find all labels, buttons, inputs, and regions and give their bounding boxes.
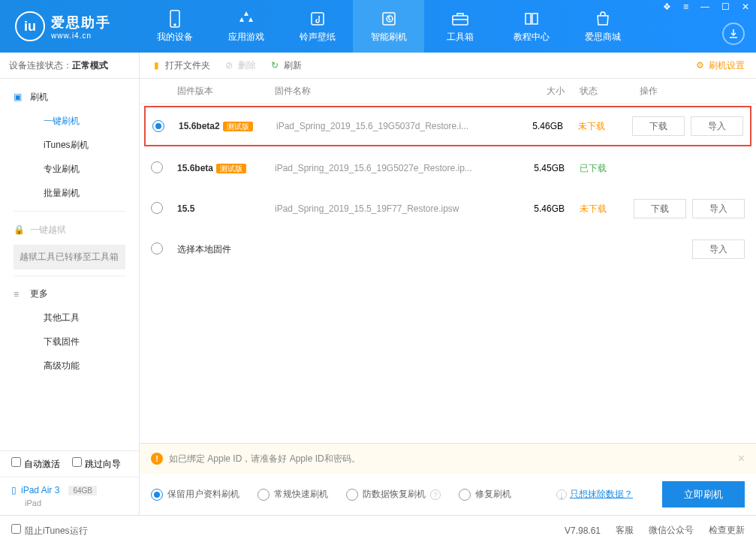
nav-tutorials[interactable]: 教程中心 <box>495 0 567 53</box>
toolbox-icon <box>451 10 469 28</box>
refresh-icon: ↻ <box>270 60 280 71</box>
window-controls: ❖ ≡ — ☐ ✕ <box>660 0 752 14</box>
footer-update[interactable]: 检查更新 <box>709 524 745 537</box>
sidebar-flash-group[interactable]: ▣ 刷机 <box>0 85 139 109</box>
device-icon <box>166 10 184 28</box>
help-icon[interactable]: ? <box>430 489 441 500</box>
opt-repair[interactable]: 修复刷机 <box>459 488 511 501</box>
table-row[interactable]: 15.5iPad_Spring_2019_15.5_19F77_Restore.… <box>140 188 756 229</box>
download-button[interactable]: 下载 <box>634 199 686 218</box>
nav-my-device[interactable]: 我的设备 <box>139 0 210 53</box>
download-manager-button[interactable] <box>722 23 745 45</box>
nav-apps[interactable]: 应用游戏 <box>210 0 282 53</box>
more-icon: ≡ <box>14 289 26 300</box>
refresh-button[interactable]: ↻ 刷新 <box>270 59 302 72</box>
row-radio[interactable] <box>152 120 164 132</box>
svg-rect-4 <box>453 16 468 25</box>
flash-icon <box>380 10 398 28</box>
version-label: V7.98.61 <box>565 525 601 536</box>
auto-activate-checkbox[interactable]: 自动激活 <box>11 457 60 471</box>
logo-en: www.i4.cn <box>51 32 111 40</box>
sidebar-jailbreak: 🔒 一键越狱 <box>0 218 139 242</box>
device-card[interactable]: ▯ iPad Air 3 64GB iPad <box>0 477 139 515</box>
import-button[interactable]: 导入 <box>692 239 745 259</box>
activation-options: 自动激活 跳过向导 <box>0 450 139 477</box>
sidebar-other-tools[interactable]: 其他工具 <box>0 306 139 330</box>
alert-bar: ! 如已绑定 Apple ID，请准备好 Apple ID和密码。 × <box>140 444 756 474</box>
header: iu 爱思助手 www.i4.cn 我的设备 应用游戏 铃声壁纸 智能刷机 工具… <box>0 0 756 53</box>
block-itunes-checkbox[interactable]: 阻止iTunes运行 <box>11 524 88 537</box>
book-icon <box>523 10 541 28</box>
tablet-icon: ▯ <box>11 485 17 495</box>
table-row[interactable]: 15.6beta2测试版iPad_Spring_2019_15.6_19G503… <box>144 106 751 146</box>
table-header: 固件版本 固件名称 大小 状态 操作 <box>140 79 756 104</box>
win-maximize-icon[interactable]: ☐ <box>718 0 733 14</box>
info-icon: i <box>556 489 567 500</box>
logo-area: iu 爱思助手 www.i4.cn <box>0 11 139 41</box>
open-folder-button[interactable]: ▮ 打开文件夹 <box>151 59 210 72</box>
sidebar-pro-flash[interactable]: 专业刷机 <box>0 157 139 181</box>
toolbar: ▮ 打开文件夹 ⊘ 删除 ↻ 刷新 ⚙ 刷机设置 <box>140 53 756 79</box>
opt-quick[interactable]: 常规快速刷机 <box>258 488 328 501</box>
sidebar-itunes-flash[interactable]: iTunes刷机 <box>0 133 139 157</box>
lock-icon: 🔒 <box>14 224 26 235</box>
bottom-panel: ! 如已绑定 Apple ID，请准备好 Apple ID和密码。 × 保留用户… <box>140 443 756 515</box>
sidebar-oneclick-flash[interactable]: 一键刷机 <box>0 109 139 133</box>
nav-store[interactable]: 爱思商城 <box>567 0 638 53</box>
delete-icon: ⊘ <box>224 60 234 71</box>
connection-status: 设备连接状态： 正常模式 <box>0 53 139 79</box>
footer-support[interactable]: 客服 <box>616 524 634 537</box>
win-close-icon[interactable]: ✕ <box>739 0 752 14</box>
opt-recovery[interactable]: 防数据恢复刷机? <box>346 488 441 501</box>
flash-settings-button[interactable]: ⚙ 刷机设置 <box>694 59 745 72</box>
store-icon <box>594 10 612 28</box>
logo-text: 爱思助手 www.i4.cn <box>51 14 111 40</box>
nav-ringtones[interactable]: 铃声壁纸 <box>282 0 353 53</box>
table-row[interactable]: 选择本地固件导入 <box>140 229 756 269</box>
alert-close-button[interactable]: × <box>738 452 745 465</box>
sidebar: 设备连接状态： 正常模式 ▣ 刷机 一键刷机 iTunes刷机 专业刷机 批量刷… <box>0 53 140 515</box>
folder-icon: ▮ <box>151 60 161 71</box>
win-menu-icon[interactable]: ❖ <box>660 0 674 14</box>
win-minimize-icon[interactable]: — <box>697 0 712 14</box>
download-button[interactable]: 下载 <box>632 116 685 136</box>
skip-guide-checkbox[interactable]: 跳过向导 <box>72 457 121 471</box>
music-icon <box>309 10 327 28</box>
delete-button[interactable]: ⊘ 删除 <box>224 59 256 72</box>
apps-icon <box>237 10 255 28</box>
sidebar-advanced[interactable]: 高级功能 <box>0 354 139 378</box>
nav-flash[interactable]: 智能刷机 <box>353 0 424 53</box>
phone-icon: ▣ <box>14 92 26 102</box>
main-panel: ▮ 打开文件夹 ⊘ 删除 ↻ 刷新 ⚙ 刷机设置 固件版本 固件名称 大小 状态… <box>140 53 756 515</box>
footer: 阻止iTunes运行 V7.98.61 客服 微信公众号 检查更新 <box>0 515 756 545</box>
erase-data-link[interactable]: i只想抹除数据？ <box>556 488 633 501</box>
svg-point-1 <box>174 24 176 26</box>
warning-icon: ! <box>151 453 163 465</box>
logo-icon: iu <box>15 11 45 41</box>
flash-options: 保留用户资料刷机 常规快速刷机 防数据恢复刷机? 修复刷机 i只想抹除数据？ 立… <box>140 474 756 515</box>
jailbreak-note: 越狱工具已转移至工具箱 <box>14 245 125 269</box>
sidebar-batch-flash[interactable]: 批量刷机 <box>0 181 139 205</box>
win-list-icon[interactable]: ≡ <box>680 0 691 14</box>
nav-tools[interactable]: 工具箱 <box>424 0 495 53</box>
footer-wechat[interactable]: 微信公众号 <box>649 524 694 537</box>
import-button[interactable]: 导入 <box>692 199 745 218</box>
import-button[interactable]: 导入 <box>691 116 743 136</box>
opt-keep-data[interactable]: 保留用户资料刷机 <box>151 488 239 501</box>
gear-icon: ⚙ <box>694 60 705 71</box>
table-row[interactable]: 15.6beta测试版iPad_Spring_2019_15.6_19G5027… <box>140 148 756 188</box>
row-radio[interactable] <box>151 161 163 173</box>
sidebar-more-group[interactable]: ≡ 更多 <box>0 282 139 306</box>
row-radio[interactable] <box>151 242 163 254</box>
flash-now-button[interactable]: 立即刷机 <box>662 481 745 507</box>
row-radio[interactable] <box>151 202 163 214</box>
sidebar-download-fw[interactable]: 下载固件 <box>0 330 139 354</box>
logo-cn: 爱思助手 <box>51 14 111 32</box>
